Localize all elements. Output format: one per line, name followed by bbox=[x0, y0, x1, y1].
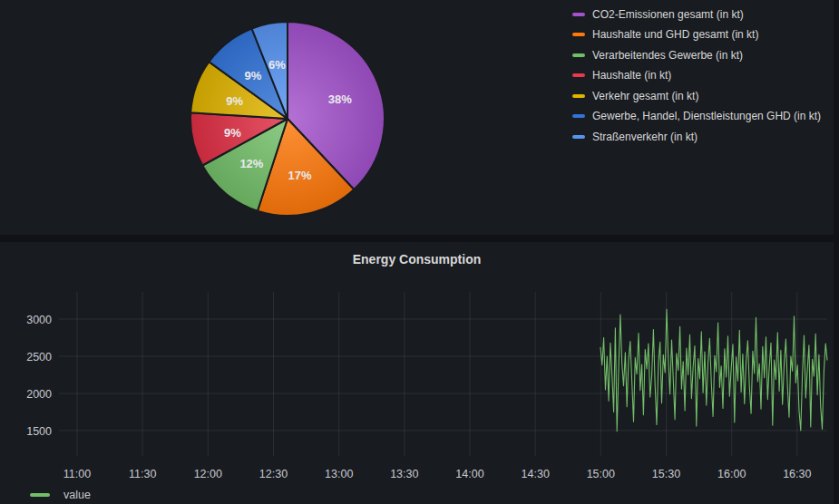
x-tick-label: 13:00 bbox=[325, 468, 353, 480]
timeseries-chart: 300025002000150011:0011:3012:0012:3013:0… bbox=[0, 242, 834, 504]
pie-panel: 38%17%12%9%9%9%6% CO2-Emissionen gesamt … bbox=[0, 0, 834, 235]
legend-swatch bbox=[572, 13, 585, 16]
legend-item[interactable]: CO2-Emissionen gesamt (in kt) bbox=[572, 8, 821, 20]
legend-item[interactable]: Gewerbe, Handel, Dienstleistungen GHD (i… bbox=[572, 111, 821, 122]
value-series-line bbox=[600, 309, 827, 431]
x-tick-label: 16:30 bbox=[783, 468, 811, 480]
grafana-dashboard: { "page": { "bg": "#111217", "panel_bg":… bbox=[0, 0, 839, 504]
legend-item-label: Haushalte (in kt) bbox=[592, 69, 671, 82]
legend-swatch bbox=[572, 94, 585, 98]
legend-item[interactable]: Verkehr gesamt (in kt) bbox=[572, 90, 821, 102]
legend-item-label: Gewerbe, Handel, Dienstleistungen GHD (i… bbox=[592, 110, 821, 122]
legend-item-label: Verarbeitendes Gewerbe (in kt) bbox=[592, 49, 743, 62]
legend-item[interactable]: Verarbeitendes Gewerbe (in kt) bbox=[572, 49, 821, 61]
x-tick-label: 12:30 bbox=[259, 468, 288, 480]
pie-slice-percentage-label: 6% bbox=[268, 58, 286, 72]
y-tick-label: 1500 bbox=[26, 425, 52, 438]
x-tick-label: 13:30 bbox=[390, 468, 418, 480]
legend-item-label: Straßenverkehr (in kt) bbox=[592, 131, 698, 143]
pie-slice-percentage-label: 9% bbox=[224, 126, 241, 140]
pie-legend: CO2-Emissionen gesamt (in kt)Haushalte u… bbox=[572, 8, 821, 142]
pie-slice-percentage-label: 9% bbox=[226, 94, 243, 108]
x-tick-label: 15:00 bbox=[587, 468, 615, 480]
pie-slice-percentage-label: 17% bbox=[288, 169, 311, 182]
legend-item[interactable]: Haushalte und GHD gesamt (in kt) bbox=[572, 29, 821, 41]
x-tick-label: 16:00 bbox=[717, 468, 746, 480]
legend-swatch bbox=[572, 73, 585, 77]
x-tick-label: 15:30 bbox=[652, 468, 680, 480]
y-tick-label: 2000 bbox=[26, 388, 52, 401]
y-tick-label: 3000 bbox=[26, 314, 52, 326]
x-tick-label: 14:30 bbox=[522, 468, 550, 480]
x-tick-label: 14:00 bbox=[455, 468, 483, 480]
timeseries-panel: Energy Consumption 300025002000150011:00… bbox=[0, 242, 834, 504]
legend-item[interactable]: Straßenverkehr (in kt) bbox=[572, 131, 821, 142]
legend-item[interactable]: Haushalte (in kt) bbox=[572, 70, 821, 82]
x-axis-labels: 11:0011:3012:0012:3013:0013:3014:0014:30… bbox=[63, 468, 812, 480]
legend-swatch bbox=[572, 135, 585, 139]
legend-swatch bbox=[572, 33, 585, 36]
legend-item-label: CO2-Emissionen gesamt (in kt) bbox=[592, 8, 744, 21]
legend-item-label: Haushalte und GHD gesamt (in kt) bbox=[592, 28, 758, 41]
legend-swatch bbox=[30, 493, 50, 497]
pie-slice-percentage-label: 12% bbox=[239, 157, 263, 170]
x-tick-label: 11:00 bbox=[63, 468, 91, 480]
y-axis-labels: 3000250020001500 bbox=[26, 314, 52, 438]
legend-label: value bbox=[63, 489, 91, 501]
pie-slice-percentage-label: 38% bbox=[328, 92, 352, 106]
pie-slice-percentage-label: 9% bbox=[245, 69, 262, 82]
legend-item-label: Verkehr gesamt (in kt) bbox=[592, 90, 698, 102]
x-tick-label: 12:00 bbox=[194, 468, 222, 480]
x-tick-label: 11:30 bbox=[129, 468, 156, 480]
y-tick-label: 2500 bbox=[26, 351, 52, 363]
legend-swatch bbox=[572, 114, 585, 118]
legend-swatch bbox=[572, 53, 585, 57]
timeseries-legend-item[interactable]: value bbox=[30, 489, 91, 501]
grid-lines bbox=[59, 292, 827, 456]
